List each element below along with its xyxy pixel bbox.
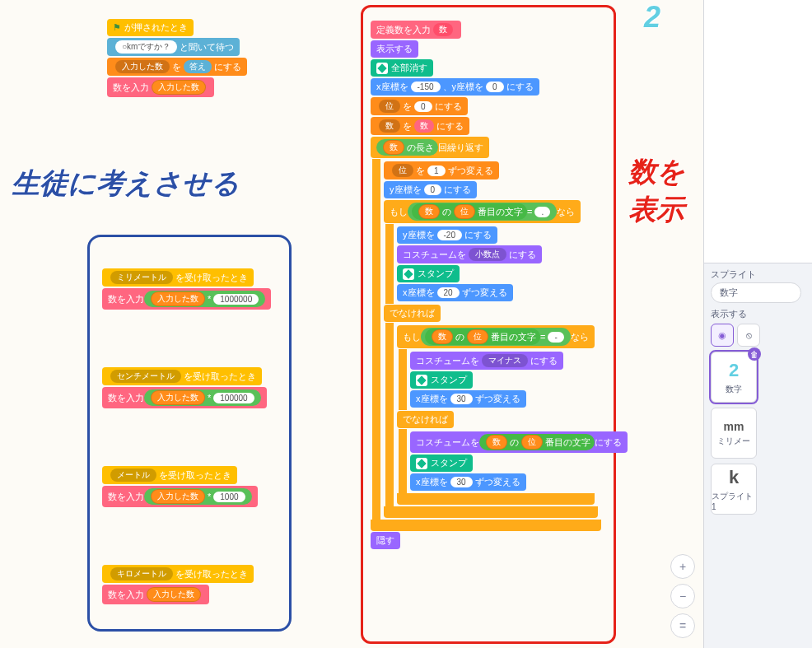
set-y-0[interactable]: y座標を0にする [384, 181, 477, 198]
cfoot-mid [384, 506, 598, 518]
stage-preview-area [704, 0, 812, 263]
if-minus[interactable]: もし 数の位番目の文字=- なら [397, 325, 595, 348]
script-canvas[interactable]: 2 ⚑が押されたとき ○kmですか？と聞いて待つ 入力した数を答えにする 数を入… [0, 0, 703, 648]
zoom-controls: + − = [670, 554, 695, 638]
zoom-out-button[interactable]: − [670, 584, 695, 608]
thumb-label: スプライト1 [712, 491, 756, 511]
set-y-neg20[interactable]: y座標を-20にする [397, 226, 497, 244]
define-hat[interactable]: 定義 数を入力数 [371, 21, 461, 39]
hide-block[interactable]: 隠す [371, 532, 400, 549]
thumb-glyph: k [729, 467, 739, 488]
call-mm[interactable]: 数を入力入力した数*1000000 [102, 288, 271, 310]
script-km[interactable]: キロメートルを受け取ったとき 数を入力入力した数 [102, 564, 254, 605]
ask-and-wait[interactable]: ○kmですか？と聞いて待つ [107, 38, 240, 56]
thumb-glyph: 2 [729, 360, 739, 381]
set-pos-0[interactable]: 位を0にする [371, 97, 468, 115]
delete-sprite-icon[interactable]: 🗑 [748, 347, 761, 361]
if-dot[interactable]: もし 数の位番目の文字=. なら [384, 200, 581, 223]
change-x-20[interactable]: x座標を20ずつ変える [397, 284, 513, 301]
stamp-2[interactable]: スタンプ [410, 371, 473, 389]
show-block[interactable]: 表示する [371, 40, 418, 58]
stamp-3[interactable]: スタンプ [410, 455, 473, 472]
when-flag-clicked[interactable]: ⚑が押されたとき [107, 19, 194, 36]
if-minus-body: コスチュームをマイナスにする スタンプ x座標を30ずつ変える [399, 349, 563, 410]
set-variable[interactable]: 入力した数を答えにする [107, 58, 247, 76]
pen-icon [376, 63, 388, 74]
costume-digit[interactable]: コスチュームを数の位番目の文字にする [410, 431, 628, 453]
script-cm[interactable]: センチメートルを受け取ったとき 数を入力入力した数*100000 [102, 366, 267, 409]
call-cm[interactable]: 数を入力入力した数*100000 [102, 387, 267, 408]
show-label: 表示する [711, 308, 805, 320]
change-pos-1[interactable]: 位を1ずつ変える [384, 161, 499, 179]
sprite-name-input[interactable]: 数字 [711, 282, 801, 303]
thumb-label: 数字 [726, 384, 742, 395]
change-x-30a[interactable]: x座標を30ずつ変える [410, 390, 526, 408]
sprite-thumb-1[interactable]: mm ミリメー [711, 408, 757, 459]
sprite-thumbnails: 🗑 2 数字 mm ミリメー k スプライト1 [711, 352, 805, 515]
script-mm[interactable]: ミリメートルを受け取ったとき 数を入力入力した数*1000000 [102, 268, 271, 310]
pen-icon [416, 375, 427, 386]
sprite-panel: スプライト 数字 表示する ◉ ⦸ 🗑 2 数字 mm ミリメー k スプライト… [703, 0, 812, 648]
thumb-label: ミリメー [717, 436, 750, 447]
op-mult-cm: 入力した数*100000 [144, 389, 261, 406]
costume-dot[interactable]: コスチュームを小数点にする [397, 245, 542, 263]
zoom-in-button[interactable]: + [670, 554, 695, 579]
call-m[interactable]: 数を入力入力した数*1000 [102, 486, 258, 507]
if-dot-body: y座標を-20にする コスチュームを小数点にする スタンプ x座標を20ずつ変え… [385, 224, 542, 304]
when-received-cm[interactable]: センチメートルを受け取ったとき [102, 367, 262, 385]
repeat-body: 位を1ずつ変える y座標を0にする もし 数の位番目の文字=. なら y座標を-… [372, 159, 628, 520]
caption-student-think: 生徒に考えさせる [12, 165, 240, 203]
script-define[interactable]: 定義 数を入力数 表示する 全部消す x座標を-150、y座標を0にする 位を0… [371, 20, 609, 550]
script-main[interactable]: ⚑が押されたとき ○kmですか？と聞いて待つ 入力した数を答えにする 数を入力入… [107, 18, 247, 98]
op-mult-mm: 入力した数*1000000 [144, 291, 265, 307]
sprite-thumb-0[interactable]: 🗑 2 数字 [711, 352, 757, 403]
zoom-reset-button[interactable]: = [670, 613, 695, 638]
when-received-m[interactable]: メートルを受け取ったとき [102, 466, 237, 484]
caption-show-number: 数を表示 [628, 153, 703, 229]
when-received-km[interactable]: キロメートルを受け取ったとき [102, 565, 254, 583]
costume-minus[interactable]: コスチュームをマイナスにする [410, 352, 563, 370]
hide-button[interactable]: ⦸ [737, 324, 760, 347]
when-received-mm[interactable]: ミリメートルを受け取ったとき [102, 268, 254, 287]
else-1[interactable]: でなければ [384, 305, 441, 322]
set-num-arg[interactable]: 数を数にする [371, 117, 469, 135]
thumb-glyph: mm [724, 420, 744, 433]
green-flag-icon: ⚑ [113, 22, 121, 33]
else-1-body: もし 数の位番目の文字=- なら コスチュームをマイナスにする スタンプ x座標… [385, 323, 628, 506]
cfoot-inner [397, 493, 595, 505]
erase-all[interactable]: 全部消す [371, 59, 433, 77]
call-custom-block[interactable]: 数を入力入力した数 [107, 77, 214, 97]
stamp-1[interactable]: スタンプ [397, 265, 460, 282]
pen-icon [416, 458, 427, 469]
sprite-thumb-2[interactable]: k スプライト1 [711, 464, 757, 515]
else-2[interactable]: でなければ [397, 411, 454, 428]
sprite-label: スプライト [711, 268, 805, 281]
change-x-30b[interactable]: x座標を30ずつ変える [410, 473, 526, 491]
pen-icon [403, 268, 414, 280]
else-2-body: コスチュームを数の位番目の文字にする スタンプ x座標を30ずつ変える [399, 429, 628, 493]
stage-corner-glyph: 2 [644, 0, 660, 35]
script-m[interactable]: メートルを受け取ったとき 数を入力入力した数*1000 [102, 465, 258, 508]
cfoot-outer [371, 520, 601, 531]
call-km[interactable]: 数を入力入力した数 [102, 585, 209, 604]
op-mult-m: 入力した数*1000 [144, 488, 252, 505]
goto-xy[interactable]: x座標を-150、y座標を0にする [371, 78, 539, 96]
repeat-length[interactable]: 数の長さ回繰り返す [371, 137, 489, 158]
show-button[interactable]: ◉ [711, 324, 734, 347]
